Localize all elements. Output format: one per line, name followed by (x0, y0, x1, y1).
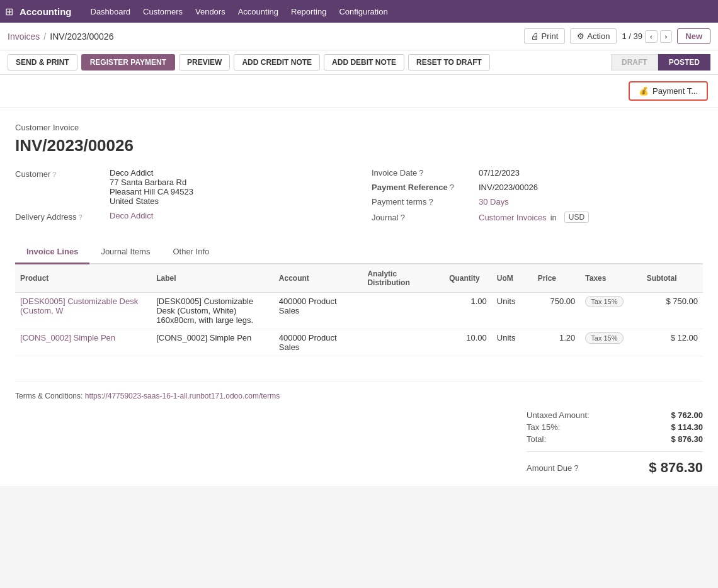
payment-tag[interactable]: 💰 Payment T... (629, 81, 708, 101)
terms-label: Terms & Conditions: (15, 392, 83, 400)
payment-terms-label: Payment terms ? (372, 197, 479, 206)
delivery-label: Delivery Address ? (15, 211, 110, 222)
row2-price: 1.20 (533, 329, 581, 356)
tax-label: Tax 15%: (527, 422, 560, 432)
col-header-label: Label (151, 264, 274, 293)
delivery-value[interactable]: Deco Addict (110, 211, 153, 220)
total-row: Total: $ 876.30 (527, 434, 703, 444)
tax-value: $ 114.30 (671, 422, 703, 432)
row2-subtotal: $ 12.00 (642, 329, 703, 356)
action-bar-right: 🖨 Print ⚙ Action 1 / 39 ‹ › New (524, 28, 710, 44)
total-label: Total: (527, 434, 546, 444)
payment-terms-value[interactable]: 30 Days (479, 197, 509, 206)
print-label: Print (542, 31, 559, 41)
tab-invoice-lines[interactable]: Invoice Lines (15, 240, 89, 264)
send-print-button[interactable]: SEND & PRINT (8, 54, 77, 71)
preview-button[interactable]: PREVIEW (179, 54, 230, 71)
reset-to-draft-button[interactable]: RESET TO DRAFT (408, 54, 490, 71)
row1-analytic (362, 293, 444, 329)
payment-ref-row: Payment Reference ? INV/2023/00026 (372, 183, 703, 192)
new-button[interactable]: New (677, 28, 710, 44)
payment-tag-label: Payment T... (652, 86, 698, 96)
delivery-help-icon[interactable]: ? (79, 213, 83, 221)
col-header-uom: UoM (492, 264, 533, 293)
row1-price: 750.00 (533, 293, 581, 329)
row1-uom: Units (492, 293, 533, 329)
add-debit-note-button[interactable]: ADD DEBIT NOTE (324, 54, 404, 71)
terms-line: Terms & Conditions: https://47759023-saa… (15, 392, 703, 400)
nav-item-dashboard[interactable]: Dashboard (84, 0, 137, 23)
payment-terms-help[interactable]: ? (428, 197, 433, 206)
row2-label: [CONS_0002] Simple Pen (151, 329, 274, 356)
journal-help[interactable]: ? (401, 213, 405, 222)
col-header-taxes: Taxes (580, 264, 641, 293)
tabs: Invoice Lines Journal Items Other Info (15, 240, 703, 264)
address-line3: United States (110, 196, 193, 206)
row1-label: [DESK0005] Customizable Desk (Custom, Wh… (151, 293, 274, 329)
row2-analytic (362, 329, 444, 356)
customer-field-row: Customer ? Deco Addict 77 Santa Barbara … (15, 168, 346, 206)
untaxed-label: Untaxed Amount: (527, 410, 590, 420)
col-header-quantity: Quantity (444, 264, 492, 293)
col-header-price: Price (533, 264, 581, 293)
delivery-field-row: Delivery Address ? Deco Addict (15, 211, 346, 222)
print-button[interactable]: 🖨 Print (524, 28, 566, 44)
breadcrumb-current: INV/2023/00026 (50, 31, 113, 42)
coin-icon: 💰 (639, 86, 649, 96)
invoice-number: INV/2023/00026 (15, 136, 703, 155)
action-label: Action (587, 31, 610, 41)
totals-section: Untaxed Amount: $ 762.00 Tax 15%: $ 114.… (15, 410, 703, 476)
breadcrumb: Invoices / INV/2023/00026 (8, 31, 524, 42)
amount-due-value: $ 876.30 (649, 460, 703, 476)
col-header-analytic: Analytic Distribution (362, 264, 444, 293)
app-brand: Accounting (20, 6, 72, 17)
apps-icon[interactable]: ⊞ (5, 6, 13, 18)
toolbar: SEND & PRINT REGISTER PAYMENT PREVIEW AD… (0, 50, 718, 75)
pager: 1 / 39 ‹ › (622, 30, 672, 43)
pager-next[interactable]: › (660, 30, 673, 43)
action-button[interactable]: ⚙ Action (570, 28, 617, 44)
pager-prev[interactable]: ‹ (645, 30, 658, 43)
amount-due-section: Amount Due ? $ 876.30 (527, 451, 703, 476)
tab-other-info[interactable]: Other Info (161, 240, 220, 264)
untaxed-value: $ 762.00 (671, 410, 703, 420)
form-left-col: Customer ? Deco Addict 77 Santa Barbara … (15, 168, 346, 228)
col-header-product: Product (15, 264, 151, 293)
nav-item-accounting[interactable]: Accounting (232, 0, 285, 23)
gear-icon: ⚙ (577, 31, 584, 41)
invoice-date-help[interactable]: ? (419, 168, 423, 178)
address-line1: 77 Santa Barbara Rd (110, 178, 193, 187)
journal-name[interactable]: Customer Invoices (479, 213, 547, 222)
row1-product[interactable]: [DESK0005] Customizable Desk (Custom, W (15, 293, 151, 329)
journal-currency[interactable]: USD (564, 212, 589, 223)
invoice-type: Customer Invoice (15, 123, 703, 132)
nav-item-reporting[interactable]: Reporting (285, 0, 333, 23)
terms-url[interactable]: https://47759023-saas-16-1-all.runbot171… (85, 392, 280, 400)
invoice-date-label: Invoice Date ? (372, 168, 479, 178)
customer-name[interactable]: Deco Addict (110, 168, 153, 178)
invoice-form: Customer ? Deco Addict 77 Santa Barbara … (15, 168, 703, 228)
main-content: Customer Invoice INV/2023/00026 Customer… (0, 108, 718, 382)
amount-due-label: Amount Due ? (527, 463, 579, 473)
amount-due-help[interactable]: ? (574, 463, 578, 473)
nav-item-customers[interactable]: Customers (137, 0, 189, 23)
nav-item-configuration[interactable]: Configuration (333, 0, 394, 23)
row2-taxes: Tax 15% (580, 329, 641, 356)
payment-ref-label: Payment Reference ? (372, 183, 479, 192)
breadcrumb-parent[interactable]: Invoices (8, 31, 40, 42)
nav-item-vendors[interactable]: Vendors (189, 0, 232, 23)
add-credit-note-button[interactable]: ADD CREDIT NOTE (234, 54, 320, 71)
table-row: [DESK0005] Customizable Desk (Custom, W … (15, 293, 703, 329)
table-row: [CONS_0002] Simple Pen [CONS_0002] Simpl… (15, 329, 703, 356)
tab-journal-items[interactable]: Journal Items (89, 240, 161, 264)
journal-in: in (550, 213, 557, 222)
register-payment-button[interactable]: REGISTER PAYMENT (81, 54, 175, 71)
tax-row: Tax 15%: $ 114.30 (527, 422, 703, 432)
row2-quantity: 10.00 (444, 329, 492, 356)
payment-ref-help[interactable]: ? (450, 183, 454, 192)
col-header-account: Account (274, 264, 363, 293)
invoice-table: Product Label Account Analytic Distribut… (15, 264, 703, 382)
row2-product[interactable]: [CONS_0002] Simple Pen (15, 329, 151, 356)
customer-help-icon[interactable]: ? (52, 171, 56, 178)
invoice-date-row: Invoice Date ? 07/12/2023 (372, 168, 703, 178)
